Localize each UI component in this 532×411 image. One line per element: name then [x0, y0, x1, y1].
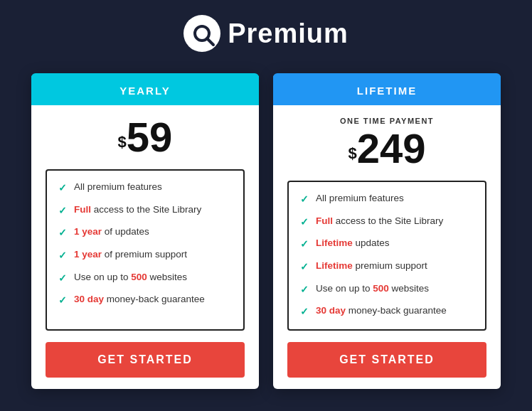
plan-card-yearly: YEARLY $59 ✓ All premium features ✓ Full… [31, 73, 259, 389]
yearly-price-currency: $ [118, 133, 127, 151]
check-icon: ✓ [300, 193, 309, 207]
feature-text: Full access to the Site Library [316, 215, 443, 228]
check-icon: ✓ [300, 237, 309, 252]
lifetime-features-box: ✓ All premium features ✓ Full access to … [287, 181, 486, 331]
feature-text: Full access to the Site Library [74, 203, 201, 217]
logo-icon [183, 15, 220, 52]
yearly-features-box: ✓ All premium features ✓ Full access to … [46, 169, 245, 331]
feature-text: All premium features [316, 192, 404, 206]
plans-wrapper: YEARLY $59 ✓ All premium features ✓ Full… [21, 73, 511, 389]
feature-item: ✓ 30 day money-back guarantee [58, 293, 232, 308]
feature-item: ✓ All premium features [300, 192, 474, 207]
feature-text: Use on up to 500 websites [74, 271, 187, 284]
lifetime-plan-body: ONE TIME PAYMENT $249 ✓ All premium feat… [273, 105, 501, 389]
feature-item: ✓ Full access to the Site Library [58, 203, 232, 218]
yearly-plan-body: $59 ✓ All premium features ✓ Full access… [31, 105, 259, 389]
one-time-label: ONE TIME PAYMENT [287, 117, 486, 125]
feature-item: ✓ 1 year of premium support [58, 248, 232, 263]
feature-text: Lifetime premium support [316, 260, 427, 273]
lifetime-get-started-button[interactable]: GET STARTED [287, 342, 486, 378]
header: Premium [183, 15, 349, 52]
feature-text: Use on up to 500 websites [316, 282, 429, 296]
lifetime-price-currency: $ [348, 144, 356, 162]
yearly-plan-label: YEARLY [119, 85, 170, 97]
check-icon: ✓ [58, 226, 67, 240]
feature-item: ✓ Lifetime premium support [300, 260, 474, 274]
feature-text: 1 year of premium support [74, 248, 187, 262]
feature-item: ✓ 1 year of updates [58, 225, 232, 240]
lifetime-price-row: $249 [287, 128, 486, 169]
page-title: Premium [228, 18, 349, 49]
svg-point-0 [183, 15, 220, 52]
main-container: Premium YEARLY $59 ✓ All premium feature… [0, 1, 532, 410]
plan-card-lifetime: LIFETIME ONE TIME PAYMENT $249 ✓ All pre… [273, 73, 501, 389]
feature-text: 1 year of updates [74, 225, 149, 239]
check-icon: ✓ [58, 249, 67, 263]
check-icon: ✓ [300, 215, 309, 230]
feature-item: ✓ Lifetime updates [300, 237, 474, 252]
feature-item: ✓ All premium features [58, 181, 232, 196]
feature-item: ✓ Full access to the Site Library [300, 215, 474, 230]
check-icon: ✓ [58, 294, 67, 308]
check-icon: ✓ [300, 260, 309, 274]
yearly-plan-header: YEARLY [31, 76, 259, 105]
check-icon: ✓ [300, 283, 309, 297]
feature-text: 30 day money-back guarantee [316, 304, 447, 318]
lifetime-price-value: 249 [357, 125, 426, 171]
check-icon: ✓ [58, 204, 67, 218]
yearly-price-row: $59 [46, 117, 245, 158]
lifetime-plan-label: LIFETIME [357, 85, 417, 97]
feature-text: 30 day money-back guarantee [74, 293, 205, 306]
yearly-price-value: 59 [127, 114, 173, 160]
feature-text: All premium features [74, 181, 162, 194]
check-icon: ✓ [300, 305, 309, 319]
check-icon: ✓ [58, 181, 67, 196]
lifetime-plan-header: LIFETIME [273, 76, 501, 105]
feature-item: ✓ Use on up to 500 websites [300, 282, 474, 297]
feature-item: ✓ Use on up to 500 websites [58, 271, 232, 286]
feature-item: ✓ 30 day money-back guarantee [300, 304, 474, 319]
feature-text: Lifetime updates [316, 237, 390, 250]
check-icon: ✓ [58, 272, 67, 286]
yearly-get-started-button[interactable]: GET STARTED [46, 342, 245, 378]
